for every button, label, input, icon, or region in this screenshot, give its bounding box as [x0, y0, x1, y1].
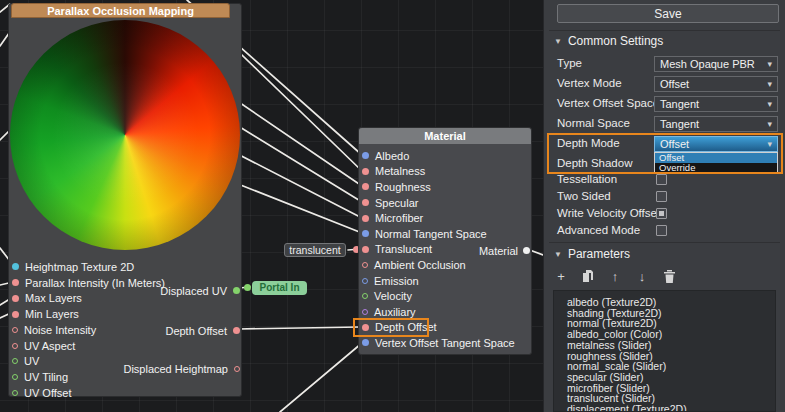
move-down-icon[interactable]: ↓: [634, 268, 650, 284]
pin-row-albedo[interactable]: Albedo: [362, 148, 531, 164]
material-output-pin[interactable]: [523, 247, 530, 254]
tessellation-checkbox[interactable]: [656, 174, 667, 185]
red-pin[interactable]: [362, 262, 368, 268]
green-pin[interactable]: [12, 358, 18, 364]
depth-offset-pin-highlight: [353, 318, 429, 337]
parameter-item-metalness-slider[interactable]: metalness (Slider): [567, 340, 775, 351]
red-pin[interactable]: [233, 327, 240, 334]
green-pin[interactable]: [362, 293, 368, 299]
checkbox-rows: TessellationTwo SidedWrite Velocity Offs…: [544, 171, 785, 239]
red-pin[interactable]: [362, 183, 369, 190]
vertex-offset-space-dropdown[interactable]: Tangent▾: [654, 96, 778, 112]
blue-pin[interactable]: [362, 339, 369, 346]
pin-row-displaced-heightmap[interactable]: Displaced Heightmap: [123, 361, 240, 376]
green-pin[interactable]: [233, 287, 240, 294]
pin-row-specular[interactable]: Specular: [362, 195, 531, 211]
green-pin[interactable]: [12, 374, 18, 380]
pin-label: Displaced UV: [160, 285, 227, 297]
red-pin[interactable]: [12, 279, 19, 286]
setting-row-advanced-mode: Advanced Mode: [544, 222, 785, 239]
dropdown-value: Tangent: [660, 118, 699, 130]
pin-row-depth-offset[interactable]: Depth Offset: [165, 323, 240, 338]
pin-label: Roughness: [375, 181, 431, 193]
pin-row-ambient-occlusion[interactable]: Ambient Occlusion: [362, 257, 531, 273]
inspector-panel: Save ▼ Common Settings TypeMesh Opaque P…: [543, 0, 785, 412]
red-pin[interactable]: [234, 366, 240, 372]
node-graph-canvas[interactable]: Parallax Occlusion Mapping Heightmap Tex…: [0, 0, 543, 412]
pin-label: Normal Tangent Space: [375, 228, 487, 240]
pin-row-heightmap-texture-2d[interactable]: Heightmap Texture 2D: [12, 259, 241, 275]
blue-pin[interactable]: [362, 230, 369, 237]
write-velocity-offset-checkbox[interactable]: [656, 208, 667, 219]
pin-row-velocity[interactable]: Velocity: [362, 288, 531, 304]
pin-row-uv-offset[interactable]: UV Offset: [12, 385, 241, 401]
vertex-mode-dropdown[interactable]: Offset▾: [654, 76, 778, 92]
red-pin[interactable]: [362, 199, 369, 206]
setting-label: Two Sided: [557, 190, 611, 202]
node-parallax-occlusion-mapping[interactable]: Parallax Occlusion Mapping Heightmap Tex…: [8, 3, 242, 397]
pom-node-header[interactable]: Parallax Occlusion Mapping: [11, 3, 230, 18]
green-pin[interactable]: [12, 390, 18, 396]
translucent-value-node[interactable]: translucent: [284, 243, 346, 257]
chevron-down-icon: ▾: [767, 79, 772, 89]
chevron-down-icon: ▾: [767, 119, 772, 129]
pin-label: Min Layers: [25, 308, 79, 320]
portal-in-input-pin[interactable]: [244, 284, 251, 291]
advanced-mode-checkbox[interactable]: [656, 225, 667, 236]
red-pin[interactable]: [12, 343, 18, 349]
pin-label: UV: [24, 355, 39, 367]
divider: [549, 242, 780, 243]
duplicate-parameter-icon[interactable]: [580, 268, 596, 284]
portal-in-node[interactable]: Portal In: [252, 281, 307, 295]
cyan-pin[interactable]: [12, 263, 19, 270]
save-button[interactable]: Save: [557, 4, 779, 23]
pin-label: Heightmap Texture 2D: [25, 261, 134, 273]
common-settings-section-header[interactable]: ▼ Common Settings: [554, 33, 663, 49]
move-up-icon[interactable]: ↑: [607, 268, 623, 284]
red-pin[interactable]: [362, 246, 369, 253]
pin-label: Velocity: [374, 290, 412, 302]
purple-pin[interactable]: [362, 309, 368, 315]
setting-label: Advanced Mode: [557, 224, 640, 236]
add-parameter-icon[interactable]: +: [553, 268, 569, 284]
red-pin[interactable]: [12, 295, 19, 302]
red-pin[interactable]: [362, 168, 369, 175]
setting-label: Normal Space: [557, 117, 630, 129]
pin-label: Max Layers: [25, 292, 82, 304]
pin-row-emission[interactable]: Emission: [362, 273, 531, 289]
parameters-toolbar: + ↑ ↓: [553, 268, 677, 284]
two-sided-checkbox[interactable]: [656, 191, 667, 202]
type-dropdown[interactable]: Mesh Opaque PBR▾: [654, 56, 778, 72]
setting-label: Vertex Offset Space: [557, 97, 659, 109]
pin-label: Displaced Heightmap: [123, 363, 228, 375]
normal-space-dropdown[interactable]: Tangent▾: [654, 116, 778, 132]
pin-row-microfiber[interactable]: Microfiber: [362, 210, 531, 226]
setting-row-vertex-mode: Vertex ModeOffset▾: [544, 74, 785, 94]
setting-label: Vertex Mode: [557, 77, 622, 89]
parameters-section-header[interactable]: ▼ Parameters: [554, 246, 630, 262]
pin-row-roughness[interactable]: Roughness: [362, 179, 531, 195]
dropdown-value: Offset: [660, 78, 689, 90]
parameter-item-displacement-texture2d[interactable]: displacement (Texture2D): [567, 404, 775, 412]
pin-label: Albedo: [375, 150, 409, 162]
pin-row-metalness[interactable]: Metalness: [362, 164, 531, 180]
pin-row-uv-aspect[interactable]: UV Aspect: [12, 338, 241, 354]
collapse-arrow-icon: ▼: [554, 37, 562, 46]
delete-parameter-icon[interactable]: [661, 268, 677, 284]
parameter-list[interactable]: albedo (Texture2D)shading (Texture2D)nor…: [553, 290, 776, 412]
pin-row-vertex-offset-tangent-space[interactable]: Vertex Offset Tangent Space: [362, 335, 531, 351]
pin-row-normal-tangent-space[interactable]: Normal Tangent Space: [362, 226, 531, 242]
pin-label: UV Offset: [24, 387, 71, 399]
blue-pin[interactable]: [362, 278, 368, 284]
material-node-header[interactable]: Material: [359, 128, 531, 144]
red-pin[interactable]: [12, 311, 19, 318]
red-pin[interactable]: [362, 215, 369, 222]
setting-row-two-sided: Two Sided: [544, 188, 785, 205]
setting-row-write-velocity-offset: Write Velocity Offset: [544, 205, 785, 222]
setting-label: Tessellation: [557, 173, 617, 185]
pin-row-min-layers[interactable]: Min Layers: [12, 306, 241, 322]
material-output-pin-row[interactable]: Material: [479, 243, 530, 258]
red-pin[interactable]: [12, 327, 18, 333]
blue-pin[interactable]: [362, 152, 369, 159]
pin-row-displaced-uv[interactable]: Displaced UV: [160, 283, 240, 298]
